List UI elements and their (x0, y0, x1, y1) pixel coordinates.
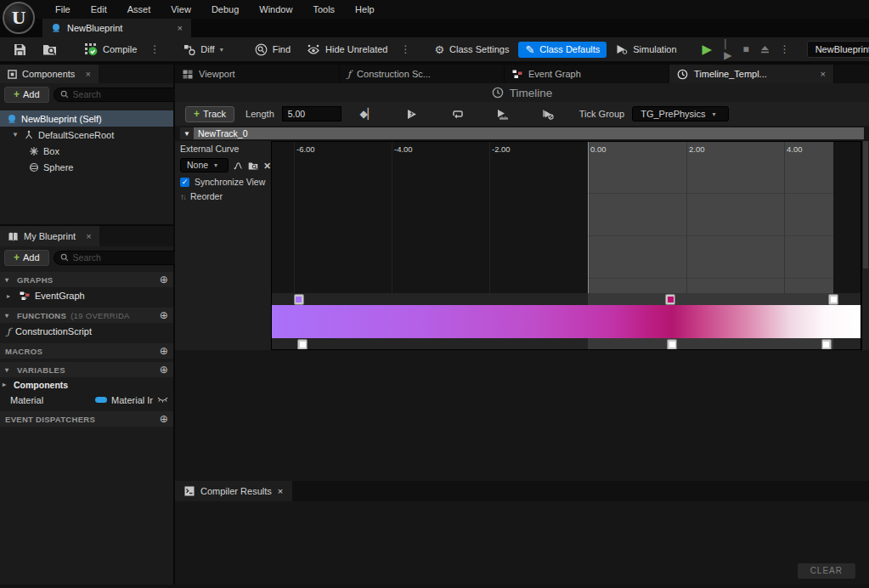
add-component-button[interactable]: + Add (4, 87, 49, 103)
menu-asset[interactable]: Asset (118, 0, 161, 19)
add-macro-button[interactable]: ⊕ (160, 345, 168, 357)
tab-construction-script[interactable]: ƒ Construction Sc... (340, 65, 505, 83)
browse-asset-button[interactable] (36, 41, 64, 58)
compile-options-button[interactable]: ⋮ (146, 43, 163, 55)
curve-editor[interactable]: -6.00-4.00-2.000.002.004.00 (271, 141, 861, 350)
close-icon[interactable]: × (85, 69, 90, 79)
compiler-results-tab-bar: Compiler Results × (175, 481, 869, 501)
gradient-key-handle[interactable] (821, 339, 832, 350)
gradient-key-handle[interactable] (828, 294, 838, 305)
stop-button[interactable]: ■ (738, 43, 753, 55)
folder-search-icon[interactable] (248, 161, 258, 171)
add-blueprint-item-button[interactable]: + Add (4, 250, 49, 266)
clear-button[interactable]: CLEAR (798, 563, 855, 579)
section-variables[interactable]: ▾ VARIABLES ⊕ (0, 362, 173, 377)
scrollbar-thumb[interactable] (863, 141, 868, 269)
gradient-key-handle[interactable] (297, 339, 308, 350)
find-button[interactable]: Find (248, 41, 297, 59)
section-functions[interactable]: ▾ FUNCTIONS (19 OVERRIDA ⊕ (0, 308, 173, 323)
move-down-icon[interactable]: ↓ (183, 192, 185, 201)
close-icon[interactable]: × (278, 486, 283, 496)
tab-event-graph[interactable]: Event Graph (505, 65, 669, 83)
key-row-bottom (272, 338, 861, 350)
close-icon[interactable]: × (86, 231, 91, 241)
frame-skip-button[interactable]: |▶ (719, 37, 736, 61)
menu-help[interactable]: Help (346, 0, 384, 19)
tree-item-defaultsceneroot[interactable]: ▼ DefaultSceneRoot (0, 127, 173, 143)
tick-group-dropdown[interactable]: TG_PrePhysics ▾ (632, 106, 728, 122)
curve-asset-icon[interactable] (234, 161, 243, 171)
add-graph-button[interactable]: ⊕ (160, 274, 168, 286)
variable-material[interactable]: Material Material Ir (0, 392, 173, 408)
tab-compiler-results[interactable]: Compiler Results × (175, 481, 292, 501)
menu-tools[interactable]: Tools (303, 0, 344, 19)
tree-item-sphere[interactable]: Sphere (0, 159, 173, 175)
ignore-time-dilation-icon[interactable] (529, 109, 567, 120)
menu-window[interactable]: Window (250, 0, 302, 19)
components-search-input[interactable] (73, 89, 188, 99)
tab-timeline-template[interactable]: Timeline_Templ... × (669, 65, 834, 83)
components-toolbar: + Add (0, 83, 173, 105)
close-icon[interactable]: × (821, 69, 826, 79)
my-blueprint-search-input[interactable] (73, 252, 188, 263)
hide-unrelated-button[interactable]: Hide Unrelated (300, 42, 394, 57)
my-blueprint-search-box[interactable] (54, 251, 195, 265)
eject-button[interactable] (756, 45, 774, 54)
class-defaults-button[interactable]: ✎ Class Defaults (518, 42, 607, 58)
play-options-button[interactable]: ⋮ (776, 43, 793, 55)
asset-tab-newblueprint[interactable]: NewBlueprint × (42, 19, 191, 37)
diff-button[interactable]: Diff ▾ (177, 42, 234, 58)
search-icon (60, 90, 69, 99)
menu-view[interactable]: View (161, 0, 200, 19)
external-curve-dropdown[interactable]: None ▾ (180, 158, 229, 172)
tab-viewport[interactable]: Viewport (175, 65, 340, 83)
menu-file[interactable]: File (46, 0, 80, 19)
tree-item-newblueprint-self[interactable]: NewBlueprint (Self) (0, 110, 173, 127)
unreal-engine-logo[interactable]: U (3, 2, 35, 34)
synchronize-view-row[interactable]: ✓ Synchronize View (180, 177, 271, 187)
collapse-track-icon[interactable]: ▼ (180, 127, 194, 139)
tree-item-box[interactable]: Box (0, 143, 173, 159)
track-header[interactable]: ▼ NewTrack_0 (180, 127, 864, 139)
components-search-box[interactable] (54, 88, 195, 102)
replicated-icon[interactable] (484, 109, 522, 120)
add-variable-button[interactable]: ⊕ (160, 364, 168, 376)
menu-edit[interactable]: Edit (82, 0, 116, 19)
tab-components[interactable]: Components × (0, 65, 99, 83)
tab-my-blueprint[interactable]: My Blueprint × (0, 226, 99, 246)
checkbox-checked-icon[interactable]: ✓ (180, 178, 189, 187)
category-components[interactable]: ▸ Components (0, 377, 173, 392)
close-icon[interactable]: × (178, 23, 183, 33)
clear-curve-icon[interactable]: ✕ (263, 161, 271, 171)
hide-unrelated-options-button[interactable]: ⋮ (397, 43, 414, 55)
use-last-keyframe-icon[interactable]: ◆▏ (349, 108, 387, 120)
add-event-dispatcher-button[interactable]: ⊕ (160, 413, 168, 425)
add-track-button[interactable]: + Track (185, 106, 234, 122)
menu-debug[interactable]: Debug (202, 0, 248, 19)
gradient-key-handle[interactable] (294, 294, 304, 305)
chevron-down-icon[interactable]: ▼ (12, 131, 20, 139)
blueprint-selector-dropdown[interactable]: NewBlueprint ▾ (807, 41, 869, 58)
compile-button[interactable]: Compile (77, 40, 144, 59)
save-button[interactable] (7, 41, 33, 59)
class-settings-button[interactable]: ⚙ Class Settings (427, 42, 516, 58)
gradient-bar[interactable] (272, 305, 861, 338)
vertical-scrollbar[interactable] (861, 141, 869, 350)
item-eventgraph[interactable]: ▸ EventGraph (0, 287, 173, 304)
event-graph-icon (512, 70, 522, 79)
loop-icon[interactable] (439, 109, 477, 119)
play-button[interactable]: ▶ (697, 42, 718, 57)
gradient-key-handle[interactable] (667, 339, 677, 350)
simulation-button[interactable]: Simulation (609, 42, 683, 57)
chevron-right-icon[interactable]: ▸ (7, 292, 14, 300)
section-event-dispatchers[interactable]: EVENT DISPATCHERS ⊕ (0, 411, 173, 427)
section-macros[interactable]: MACROS ⊕ (0, 343, 173, 359)
item-constructionscript[interactable]: ƒ ConstructionScript (0, 323, 173, 340)
add-function-button[interactable]: ⊕ (160, 309, 168, 321)
gradient-key-handle[interactable] (665, 294, 675, 305)
visibility-off-icon[interactable] (157, 397, 168, 404)
autoplay-icon[interactable] (394, 109, 432, 120)
length-input[interactable] (282, 106, 341, 122)
chevron-right-icon[interactable]: ▸ (3, 381, 10, 388)
section-graphs[interactable]: ▾ GRAPHS ⊕ (0, 272, 173, 287)
